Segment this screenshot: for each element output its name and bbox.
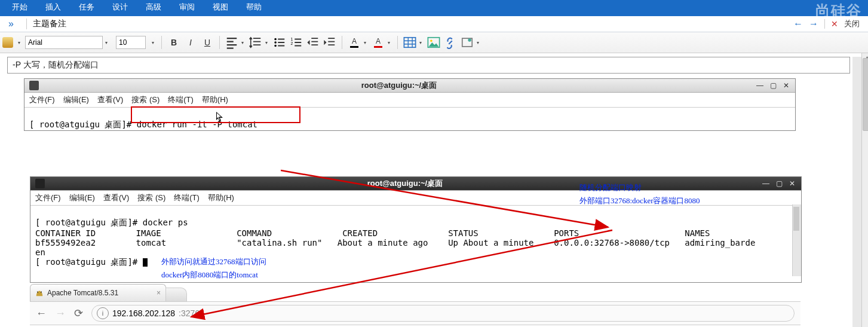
nav-fwd-icon[interactable]: → [809,19,818,29]
minimize-icon[interactable]: — [754,81,765,90]
minimize-icon[interactable]: — [760,179,771,188]
bold-button[interactable]: B [167,35,181,50]
font-color-button[interactable]: A [371,35,385,50]
terminal2-scrollbar[interactable] [792,204,801,276]
format-dropdown[interactable]: ▾ [18,40,23,45]
term2-line1: [ root@atguigu 桌面]# docker ps [35,218,188,227]
terminal1-prompt: [ root@atguigu 桌面]# [29,120,131,129]
site-info-icon[interactable]: i [97,307,109,319]
align-dropdown[interactable]: ▾ [241,40,246,45]
menu-help[interactable]: 帮助 [246,2,262,13]
term1-menu-help[interactable]: 帮助(H) [202,94,228,105]
underline-button[interactable]: U [200,35,214,50]
term2-menu-file[interactable]: 文件(F) [35,192,61,203]
close-icon[interactable]: ✕ [787,179,798,188]
menu-start[interactable]: 开始 [12,2,27,13]
terminal-icon [35,179,45,188]
format-painter-icon[interactable] [2,37,13,48]
italic-button[interactable]: I [183,35,198,50]
divider [342,36,342,49]
menu-review[interactable]: 审阅 [179,2,195,13]
terminal1-titlebar[interactable]: root@atguigu:~/桌面 — ▢ ✕ [24,79,795,93]
note-box[interactable]: -P 大写，随机分配端口 [7,57,850,74]
terminal2-body[interactable]: [ root@atguigu 桌面]# docker ps CONTAINER … [30,206,801,282]
align-button[interactable] [225,35,239,50]
divider [219,36,220,49]
term2-menu-search[interactable]: 搜索 (S) [137,192,165,203]
nav-back-icon[interactable]: ← [793,19,803,29]
scrollbar-thumb[interactable] [793,207,799,231]
svg-point-2 [274,45,277,47]
topic-label: 主题备注 [33,19,66,29]
number-list-button[interactable]: 12 [289,35,303,50]
new-tab-button[interactable] [165,288,187,301]
browser-tab[interactable]: Apache Tomcat/8.5.31 × [30,284,166,301]
topic-bar: » 主题备注 ← → ✕ 关闭 [0,16,868,32]
main-menu-bar: 开始 插入 任务 设计 高级 审阅 视图 帮助 [0,0,868,16]
menu-view[interactable]: 视图 [213,2,228,13]
maximize-icon[interactable]: ▢ [774,179,784,188]
browser-reload-icon[interactable]: ⟳ [74,307,83,320]
font-color-dropdown[interactable]: ▾ [388,40,392,45]
close-icon[interactable]: ✕ [781,81,792,90]
menu-task[interactable]: 任务 [79,2,94,13]
maximize-icon[interactable]: ▢ [768,81,778,90]
outdent-button[interactable] [306,35,320,50]
terminal1-body[interactable]: [ root@atguigu 桌面]# docker run -it -P to… [24,108,795,130]
font-size-dropdown[interactable]: ▾ [152,40,157,45]
page-scroll-thumb[interactable] [863,58,868,131]
term1-menu-file[interactable]: 文件(F) [29,94,55,105]
term2-menu-view[interactable]: 查看(V) [103,192,129,203]
annotation-mid-1: 外部访问就通过32768端口访问 [161,256,266,267]
browser-back-icon[interactable]: ← [36,307,47,320]
insert-image-button[interactable] [427,35,441,50]
svg-point-9 [468,38,471,42]
term2-header: CONTAINER ID IMAGE COMMAND CREATED STATU… [35,228,710,238]
divider [161,36,162,49]
object-dropdown[interactable]: ▾ [477,40,481,45]
divider [26,19,27,29]
term2-line3: en [35,247,45,257]
terminal-icon [29,81,39,90]
expand-icon[interactable]: » [4,19,20,29]
menu-design[interactable]: 设计 [112,2,128,13]
tab-close-icon[interactable]: × [157,289,161,297]
annotation-right-2: 外部端口32768:docker容器端口8080 [579,195,700,206]
term1-menu-view[interactable]: 查看(V) [97,94,123,105]
url-host: 192.168.202.128 [112,308,175,318]
font-size-select[interactable] [116,36,146,49]
term1-menu-edit[interactable]: 编辑(E) [63,94,89,105]
terminal1-title: root@atguigu:~/桌面 [44,80,754,91]
term2-menu-term[interactable]: 终端(T) [174,192,200,203]
terminal1-command: docker run -it -P tomcat [137,120,257,129]
nav-close-icon[interactable]: ✕ [831,19,838,29]
line-spacing-button[interactable] [249,35,263,50]
bullet-list-button[interactable] [272,35,287,50]
divider [824,19,825,29]
font-family-dropdown[interactable]: ▾ [105,40,110,45]
insert-link-button[interactable] [443,35,458,50]
line-spacing-dropdown[interactable]: ▾ [265,40,270,45]
term1-menu-search[interactable]: 搜索 (S) [131,94,160,105]
url-port: :32768 [179,308,204,318]
highlight-color-button[interactable]: A [347,35,361,50]
insert-object-button[interactable] [460,35,474,50]
svg-rect-5 [404,38,415,48]
page-scrollbar[interactable]: ▴ ▾ [861,53,868,327]
table-dropdown[interactable]: ▾ [419,40,424,45]
term1-menu-term[interactable]: 终端(T) [168,94,194,105]
svg-point-1 [274,41,277,44]
menu-adv[interactable]: 高级 [146,2,161,13]
terminal1-menubar: 文件(F) 编辑(E) 查看(V) 搜索 (S) 终端(T) 帮助(H) [24,93,795,108]
term2-menu-edit[interactable]: 编辑(E) [69,192,95,203]
terminal2-titlebar[interactable]: root@atguigu:~/桌面 — ▢ ✕ [30,177,801,191]
browser-fwd-icon[interactable]: → [55,307,66,320]
insert-table-button[interactable] [403,35,417,50]
url-bar[interactable]: i 192.168.202.128:32768 [91,305,795,322]
menu-insert[interactable]: 插入 [45,2,61,13]
nav-close-label[interactable]: 关闭 [844,19,860,29]
font-family-select[interactable] [25,36,103,49]
highlight-dropdown[interactable]: ▾ [364,40,369,45]
term2-menu-help[interactable]: 帮助(H) [208,192,234,203]
indent-button[interactable] [323,35,337,50]
